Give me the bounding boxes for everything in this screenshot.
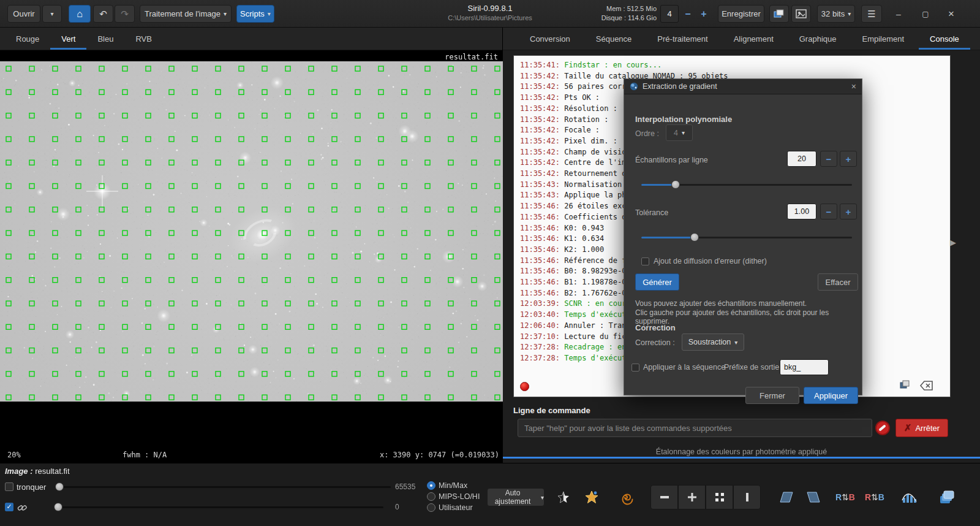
minmax-radio[interactable] — [427, 481, 435, 490]
channel-shift-down-button[interactable]: R⇅B — [861, 485, 888, 509]
minimize-button[interactable]: – — [889, 5, 908, 23]
threads-minus-button[interactable]: − — [680, 5, 696, 23]
slider-handle[interactable] — [690, 233, 699, 242]
panel-expand-handle[interactable]: ▶ — [950, 238, 956, 247]
minimize-icon: – — [896, 9, 901, 19]
gradient-dialog-icon — [630, 82, 638, 91]
tab-vert[interactable]: Vert — [50, 28, 86, 50]
grid-dots-icon — [714, 492, 725, 503]
clear-console-button[interactable] — [919, 379, 935, 392]
arrow-right-icon: ▶ — [950, 238, 956, 247]
tab-rouge[interactable]: Rouge — [5, 28, 50, 50]
channel-shift-up-button[interactable]: R⇅B — [832, 485, 859, 509]
apply-sequence-checkbox[interactable] — [631, 364, 639, 372]
tab-alignement[interactable]: Alignement — [723, 28, 785, 50]
mouse-mode-group — [650, 485, 761, 509]
tab-pretraitement[interactable]: Pré-traitement — [646, 28, 718, 50]
tab-conversion[interactable]: Conversion — [519, 28, 581, 50]
stacking-result-button[interactable] — [769, 5, 789, 23]
chevron-down-icon: ▾ — [541, 494, 544, 501]
tolerance-input[interactable] — [787, 204, 816, 219]
select-mode-button[interactable] — [733, 485, 761, 509]
tab-sequence[interactable]: Séquence — [585, 28, 643, 50]
photometry-mode-button[interactable] — [678, 485, 706, 509]
tolerance-plus-button[interactable]: + — [840, 204, 857, 219]
shear-right-button[interactable] — [801, 485, 826, 509]
dialog-close-button[interactable]: Fermer — [745, 387, 799, 404]
shear-left-button[interactable] — [774, 485, 799, 509]
tolerance-slider[interactable] — [641, 233, 852, 242]
image-viewport[interactable]: resultat.fit 20% fwhm : N/A x: 3390 y: 0… — [0, 50, 503, 463]
photometry-star-button[interactable] — [579, 485, 604, 509]
hi-level-slider[interactable] — [55, 482, 391, 491]
histogram-button[interactable] — [895, 485, 922, 509]
abort-button[interactable]: ✗ Arrêter — [895, 419, 948, 437]
dither-checkbox[interactable] — [641, 257, 649, 265]
save-button[interactable]: Enregistrer — [718, 5, 764, 23]
tab-rvb[interactable]: RVB — [124, 28, 163, 50]
correction-section-header: Correction — [635, 323, 676, 332]
maximize-button[interactable]: ▢ — [916, 5, 935, 23]
redo-button[interactable]: ↷ — [115, 5, 135, 23]
close-window-button[interactable]: × — [941, 5, 962, 23]
samples-input[interactable] — [787, 151, 816, 167]
tab-console[interactable]: Console — [919, 28, 970, 50]
correction-dropdown[interactable]: Soustraction▾ — [682, 334, 744, 351]
image-processing-menu-button[interactable]: Traitement de l'image▾ — [140, 5, 232, 23]
rgb-compositing-button[interactable] — [933, 485, 960, 509]
slider-handle[interactable] — [671, 180, 680, 189]
threads-plus-button[interactable]: + — [696, 5, 712, 23]
hamburger-menu-button[interactable]: ☰ — [861, 5, 882, 23]
home-button[interactable]: ⌂ — [69, 5, 91, 23]
snapshot-button[interactable] — [791, 5, 811, 23]
backspace-icon — [920, 381, 933, 391]
stop-script-icon[interactable] — [875, 421, 890, 435]
dialog-apply-button[interactable]: Appliquer — [804, 387, 858, 404]
truncate-checkbox[interactable] — [5, 482, 13, 491]
open-button[interactable]: Ouvrir — [7, 5, 40, 23]
linked-levels-checkbox[interactable] — [5, 503, 13, 511]
samples-minus-button[interactable]: − — [820, 151, 837, 167]
slider-handle[interactable] — [54, 503, 62, 511]
abort-x-icon: ✗ — [904, 422, 912, 433]
tab-empilement[interactable]: Empilement — [851, 28, 915, 50]
dialog-close-icon[interactable]: × — [851, 82, 856, 91]
dialog-titlebar[interactable]: Extraction de gradient × — [624, 79, 862, 94]
clear-samples-button[interactable]: Effacer — [818, 273, 858, 291]
annotate-galaxy-button[interactable] — [612, 485, 639, 509]
order-dropdown[interactable]: 4▾ — [666, 124, 693, 141]
slider-handle[interactable] — [55, 482, 64, 491]
cursor-coordinates: x: 3390 y: 0747 (=0.019033) — [380, 451, 499, 459]
undo-button[interactable]: ↶ — [93, 5, 113, 23]
chevron-down-icon: ▾ — [734, 339, 737, 346]
user-radio[interactable] — [427, 503, 435, 512]
samples-plus-button[interactable]: + — [840, 151, 857, 167]
tab-graphique[interactable]: Graphique — [788, 28, 848, 50]
tolerance-minus-button[interactable]: − — [820, 204, 837, 219]
open-caret-button[interactable]: ▾ — [42, 5, 62, 23]
mips-label: MIPS-LO/HI — [439, 492, 480, 501]
bit-depth-dropdown[interactable]: 32 bits▾ — [817, 5, 855, 23]
astro-image[interactable] — [0, 50, 503, 463]
export-log-button[interactable] — [897, 379, 913, 392]
auto-adjust-dropdown[interactable]: Auto ajustement▾ — [487, 488, 545, 506]
samples-slider[interactable] — [641, 180, 852, 189]
record-log-icon[interactable] — [520, 382, 529, 391]
rb-shift-icon: R⇅B — [835, 492, 855, 502]
dither-label: Ajout de diffusion d'erreur (dither) — [654, 257, 767, 265]
threads-input[interactable]: 4 — [660, 5, 679, 23]
prefix-input[interactable] — [780, 359, 829, 375]
generate-button[interactable]: Générer — [635, 273, 679, 291]
scripts-menu-button[interactable]: Scripts▾ — [236, 5, 274, 23]
hilo-mode-button[interactable] — [650, 485, 678, 509]
sample-mode-button[interactable] — [706, 485, 733, 509]
lo-level-slider[interactable] — [54, 503, 383, 511]
memory-label: Mem : 512.5 Mio — [594, 4, 657, 13]
hi-level-value: 65535 — [395, 482, 415, 491]
prefix-label: Préfixe de sortie : — [724, 363, 783, 372]
interpolation-section-header: Interpolation polynomiale — [635, 115, 732, 124]
mips-radio[interactable] — [427, 492, 435, 501]
tab-bleu[interactable]: Bleu — [86, 28, 124, 50]
star-detection-button[interactable] — [551, 485, 576, 509]
command-input[interactable] — [518, 419, 872, 437]
